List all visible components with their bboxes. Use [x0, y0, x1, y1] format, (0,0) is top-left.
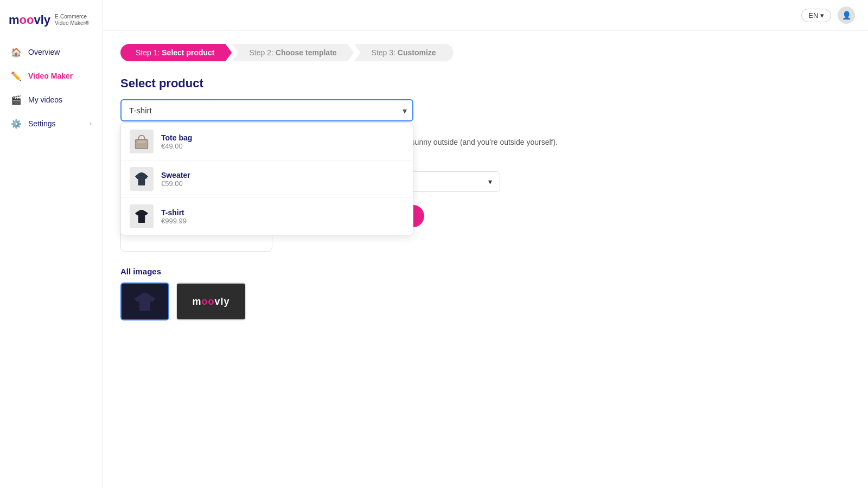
product-dropdown-menu: Tote bag €49.00 Sweater €59.00 [120, 123, 413, 235]
step-1[interactable]: Step 1: Select product [120, 44, 232, 61]
logo: moovly [9, 13, 50, 27]
all-images-section: All images moovly [120, 267, 851, 320]
product-dropdown-wrapper: ▾ Tote bag €49.00 [120, 99, 413, 121]
page-content: Step 1: Select product Step 2: Choose te… [103, 31, 868, 488]
moovly-logo-text: moovly [192, 296, 229, 307]
tote-bag-icon [131, 131, 152, 152]
main-content: EN ▾ 👤 Step 1: Select product Step 2: Ch… [103, 0, 868, 488]
sidebar-item-video-maker[interactable]: ✏️ Video Maker [0, 64, 103, 88]
sidebar-item-settings[interactable]: ⚙️ Settings › [0, 112, 103, 136]
video-icon: 🎬 [11, 94, 22, 105]
sidebar-item-overview[interactable]: 🏠 Overview [0, 40, 103, 64]
home-icon: 🏠 [11, 47, 22, 57]
step-3[interactable]: Step 3: Customize [354, 44, 454, 61]
user-avatar[interactable]: 👤 [838, 7, 855, 24]
section-title: Select product [120, 76, 851, 91]
image-thumb-2[interactable]: moovly [176, 282, 246, 320]
tshirt-icon [131, 206, 152, 227]
tote-bag-info: Tote bag €49.00 [161, 133, 192, 150]
sweater-thumbnail [130, 167, 154, 191]
sidebar-item-my-videos[interactable]: 🎬 My videos [0, 88, 103, 112]
svg-rect-0 [136, 139, 148, 149]
gear-icon: ⚙️ [11, 118, 22, 129]
step-2[interactable]: Step 2: Choose template [232, 44, 354, 61]
topbar: EN ▾ 👤 [103, 0, 868, 31]
all-images-title: All images [120, 267, 851, 276]
image-thumb-tshirt-icon [126, 287, 164, 317]
images-row: moovly [120, 282, 851, 320]
tshirt-info: T-shirt €999.99 [161, 208, 187, 225]
logo-area: moovly E-Commerce Video Maker® [0, 9, 103, 40]
sidebar: moovly E-Commerce Video Maker® 🏠 Overvie… [0, 0, 103, 488]
image-thumb-1[interactable] [120, 282, 169, 320]
dropdown-item-tshirt[interactable]: T-shirt €999.99 [121, 198, 413, 235]
sweater-info: Sweater €59.00 [161, 171, 190, 188]
dropdown-item-sweater[interactable]: Sweater €59.00 [121, 160, 413, 198]
pencil-icon: ✏️ [11, 70, 22, 81]
tshirt-thumbnail [130, 204, 154, 228]
logo-subtitle: E-Commerce Video Maker® [55, 14, 89, 27]
sweater-icon [131, 169, 152, 189]
product-search-input[interactable] [120, 99, 413, 121]
language-selector[interactable]: EN ▾ [801, 9, 831, 22]
tote-bag-thumbnail [130, 130, 154, 153]
steps-breadcrumb: Step 1: Select product Step 2: Choose te… [120, 44, 851, 61]
chevron-right-icon: › [90, 120, 92, 127]
variant-dropdown-icon: ▾ [488, 177, 492, 186]
svg-rect-1 [137, 142, 145, 143]
dropdown-item-tote-bag[interactable]: Tote bag €49.00 [121, 123, 413, 160]
